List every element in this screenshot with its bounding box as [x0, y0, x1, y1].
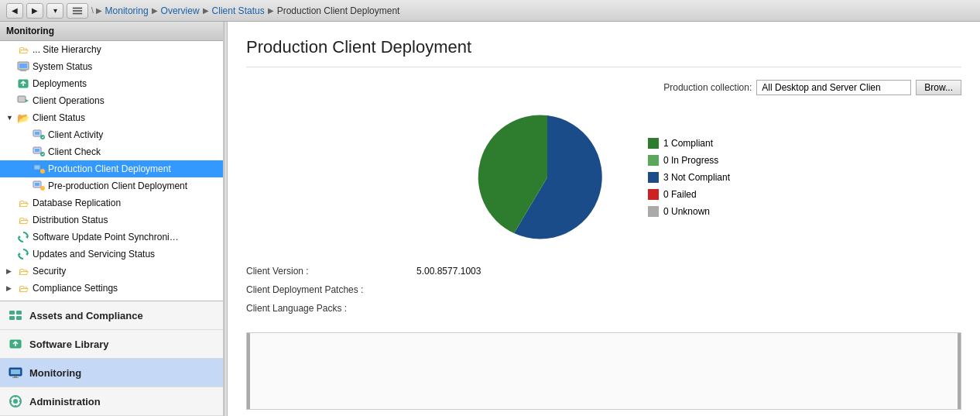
info-section: Client Version : 5.00.8577.1003 Client D…: [246, 266, 961, 314]
software-icon: [8, 336, 23, 352]
nav-label: Administration: [29, 396, 101, 407]
pie-chart: [478, 108, 617, 247]
nav-label: Monitoring: [29, 367, 81, 379]
sidebar-label: Client Activity: [48, 129, 103, 140]
table-right-border: [958, 333, 961, 409]
dropdown-button[interactable]: ▾: [46, 3, 63, 19]
svg-marker-21: [26, 236, 28, 239]
sidebar-header: Monitoring: [0, 22, 223, 41]
info-value-version: 5.00.8577.1003: [416, 266, 481, 277]
sidebar-item-software-update-point[interactable]: Software Update Point Synchronization St…: [0, 229, 223, 246]
svg-rect-16: [35, 166, 39, 169]
page-title: Production Client Deployment: [246, 37, 961, 57]
nav-label: Assets and Compliance: [29, 310, 143, 321]
breadcrumb-overview[interactable]: Overview: [161, 5, 200, 16]
sidebar-item-updates-servicing[interactable]: Updates and Servicing Status: [0, 246, 223, 263]
breadcrumb-current: Production Client Deployment: [277, 5, 400, 16]
client-activity-icon: [33, 129, 45, 141]
sidebar-item-production-client-deployment[interactable]: Production Client Deployment: [0, 160, 223, 177]
home-button[interactable]: [67, 3, 88, 19]
svg-rect-32: [11, 370, 20, 374]
sidebar-item-security[interactable]: ▶ 🗁 Security: [0, 263, 223, 280]
titlebar: ◀ ▶ ▾ \ ▶ Monitoring ▶ Overview ▶ Client…: [0, 0, 980, 22]
bottom-nav: Assets and Compliance Software Library M…: [0, 301, 223, 416]
sidebar-item-system-status[interactable]: System Status: [0, 58, 223, 75]
svg-rect-34: [12, 377, 19, 378]
sidebar-label: Software Update Point Synchronization St…: [33, 232, 180, 242]
expand-icon: ▼: [6, 114, 15, 122]
forward-button[interactable]: ▶: [26, 3, 43, 19]
client-ops-icon: [17, 95, 29, 107]
sidebar-item-client-operations[interactable]: Client Operations: [0, 92, 223, 109]
assets-icon: [8, 308, 23, 323]
svg-rect-5: [19, 64, 27, 68]
sidebar-item-deployments[interactable]: Deployments: [0, 75, 223, 92]
browse-button[interactable]: Brow...: [916, 80, 961, 95]
distribution-icon: 🗁: [17, 214, 29, 226]
svg-rect-4: [20, 70, 26, 71]
info-label-version: Client Version :: [246, 266, 416, 277]
divider: [246, 67, 961, 67]
legend-color-not-compliant: [648, 172, 659, 183]
monitoring-icon: [8, 365, 23, 380]
sidebar: Monitoring 🗁 ... Site Hierarchy System S…: [0, 22, 224, 416]
table-content[interactable]: [250, 333, 958, 409]
sidebar-item-pre-production[interactable]: Pre-production Client Deployment: [0, 177, 223, 194]
collection-bar: Production collection: Brow...: [246, 80, 961, 95]
collection-input[interactable]: [756, 80, 911, 95]
svg-rect-19: [35, 183, 39, 186]
svg-point-14: [40, 152, 45, 156]
expand-icon: ▶: [6, 267, 15, 275]
svg-point-36: [13, 399, 18, 404]
nav-assets-compliance[interactable]: Assets and Compliance: [0, 301, 223, 330]
sidebar-item-site-hierarchy[interactable]: 🗁 ... Site Hierarchy: [0, 41, 223, 58]
svg-rect-27: [9, 316, 15, 320]
breadcrumb-client-status[interactable]: Client Status: [212, 5, 265, 16]
nav-software-library[interactable]: Software Library: [0, 330, 223, 359]
sidebar-label: Deployments: [33, 78, 87, 89]
deployments-icon: [17, 77, 29, 90]
svg-rect-33: [14, 376, 17, 377]
sep1: \ ▶: [91, 6, 102, 15]
info-row-language-packs: Client Language Packs :: [246, 303, 961, 314]
compliance-icon: 🗁: [17, 282, 29, 294]
folder-open-icon: 📂: [17, 112, 29, 124]
collection-label: Production collection:: [663, 82, 752, 93]
sidebar-label: Distribution Status: [33, 215, 108, 225]
sidebar-item-client-status[interactable]: ▼ 📂 Client Status: [0, 109, 223, 126]
sidebar-item-client-activity[interactable]: Client Activity: [0, 126, 223, 143]
back-button[interactable]: ◀: [6, 3, 23, 19]
legend-failed: 0 Failed: [648, 189, 730, 200]
system-status-icon: [17, 60, 29, 73]
svg-rect-10: [35, 132, 39, 135]
chart-area: 1 Compliant 0 In Progress 3 Not Complian…: [246, 108, 961, 247]
updates-icon: [17, 248, 29, 260]
svg-marker-24: [19, 253, 21, 256]
legend-label-failed: 0 Failed: [663, 189, 697, 200]
legend-compliant: 1 Compliant: [648, 138, 730, 149]
admin-icon: [8, 394, 23, 409]
sidebar-item-database-replication[interactable]: 🗁 Database Replication: [0, 194, 223, 211]
sep2: ▶: [152, 6, 158, 15]
nav-monitoring[interactable]: Monitoring: [0, 359, 223, 387]
sidebar-item-compliance-settings[interactable]: ▶ 🗁 Compliance Settings: [0, 280, 223, 297]
sidebar-item-client-check[interactable]: Client Check: [0, 143, 223, 160]
legend-label-unknown: 0 Unknown: [663, 206, 710, 217]
sync-icon: [17, 231, 29, 243]
info-label-language-packs: Client Language Packs :: [246, 303, 416, 314]
breadcrumb-monitoring[interactable]: Monitoring: [105, 5, 149, 16]
legend-label-not-compliant: 3 Not Compliant: [663, 172, 730, 183]
svg-point-17: [40, 169, 45, 174]
svg-rect-2: [73, 12, 82, 14]
legend-in-progress: 0 In Progress: [648, 155, 730, 166]
nav-administration[interactable]: Administration: [0, 387, 223, 416]
legend-unknown: 0 Unknown: [648, 206, 730, 217]
svg-rect-13: [35, 149, 39, 152]
sidebar-item-distribution-status[interactable]: 🗁 Distribution Status: [0, 211, 223, 229]
sidebar-label: ... Site Hierarchy: [33, 44, 101, 55]
sep3: ▶: [203, 6, 209, 15]
svg-rect-8: [18, 96, 26, 102]
sidebar-label: Client Operations: [33, 95, 105, 106]
pre-production-icon: [33, 180, 45, 192]
svg-rect-0: [73, 7, 82, 9]
